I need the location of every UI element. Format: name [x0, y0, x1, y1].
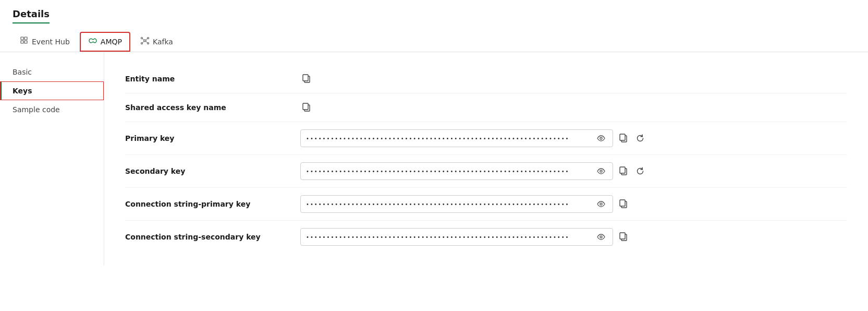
svg-rect-16 — [303, 103, 308, 110]
svg-line-9 — [142, 39, 144, 40]
connection-string-secondary-input: ••••••••••••••••••••••••••••••••••••••••… — [300, 228, 613, 246]
svg-point-6 — [147, 38, 149, 39]
secondary-key-dots: ••••••••••••••••••••••••••••••••••••••••… — [306, 169, 591, 174]
svg-line-12 — [145, 41, 147, 43]
page-title: Details — [13, 8, 50, 23]
connection-string-primary-dots: ••••••••••••••••••••••••••••••••••••••••… — [306, 201, 591, 207]
svg-rect-19 — [620, 134, 625, 140]
copy-secondary-key-button[interactable] — [617, 164, 630, 178]
field-label-connection-string-primary: Connection string-primary key — [125, 200, 292, 208]
tabs-bar: Event Hub AMQP — [0, 26, 868, 52]
sidebar: Basic Keys Sample code — [0, 52, 104, 266]
svg-point-20 — [600, 170, 602, 172]
field-value-connection-string-primary: ••••••••••••••••••••••••••••••••••••••••… — [300, 195, 847, 213]
field-value-entity-name — [300, 72, 847, 86]
copy-entity-name-button[interactable] — [300, 72, 313, 86]
page-header: Details — [0, 8, 868, 23]
field-label-shared-access-key-name: Shared access key name — [125, 103, 292, 112]
connection-string-secondary-dots: ••••••••••••••••••••••••••••••••••••••••… — [306, 234, 591, 240]
field-value-primary-key: ••••••••••••••••••••••••••••••••••••••••… — [300, 129, 847, 147]
secondary-key-input: ••••••••••••••••••••••••••••••••••••••••… — [300, 162, 613, 180]
copy-connection-string-secondary-button[interactable] — [617, 230, 630, 244]
svg-point-23 — [600, 203, 602, 205]
tab-kafka[interactable]: Kafka — [132, 32, 181, 52]
refresh-primary-key-button[interactable] — [634, 132, 646, 145]
field-label-entity-name: Entity name — [125, 75, 292, 83]
field-value-shared-access-key-name — [300, 101, 847, 114]
field-row-connection-string-secondary: Connection string-secondary key ••••••••… — [125, 221, 847, 253]
toggle-primary-key-button[interactable] — [595, 133, 607, 143]
field-row-primary-key: Primary key ••••••••••••••••••••••••••••… — [125, 122, 847, 155]
field-row-entity-name: Entity name — [125, 65, 847, 93]
tab-event-hub-label: Event Hub — [32, 38, 70, 46]
tab-amqp[interactable]: AMQP — [80, 32, 130, 52]
sidebar-item-keys[interactable]: Keys — [0, 81, 104, 100]
svg-point-26 — [600, 236, 602, 238]
main-layout: Basic Keys Sample code Entity name — [0, 52, 868, 266]
page-container: Details Event Hub AMQP — [0, 0, 868, 311]
connection-string-primary-input: ••••••••••••••••••••••••••••••••••••••••… — [300, 195, 613, 213]
svg-point-17 — [600, 137, 602, 139]
tab-event-hub[interactable]: Event Hub — [13, 32, 78, 52]
svg-point-8 — [147, 43, 149, 44]
field-label-primary-key: Primary key — [125, 134, 292, 142]
primary-key-dots: ••••••••••••••••••••••••••••••••••••••••… — [306, 136, 591, 141]
refresh-secondary-key-button[interactable] — [634, 165, 646, 177]
svg-rect-22 — [620, 167, 625, 173]
toggle-secondary-key-button[interactable] — [595, 166, 607, 176]
field-row-shared-access-key-name: Shared access key name — [125, 93, 847, 122]
svg-rect-3 — [25, 41, 27, 43]
kafka-icon — [140, 37, 150, 47]
toggle-connection-string-secondary-button[interactable] — [595, 232, 607, 242]
svg-rect-0 — [21, 37, 23, 40]
field-label-secondary-key: Secondary key — [125, 167, 292, 175]
field-value-secondary-key: ••••••••••••••••••••••••••••••••••••••••… — [300, 162, 847, 180]
content-area: Entity name Shared access key name — [104, 52, 868, 266]
primary-key-input: ••••••••••••••••••••••••••••••••••••••••… — [300, 129, 613, 147]
toggle-connection-string-primary-button[interactable] — [595, 199, 607, 209]
svg-point-7 — [141, 43, 142, 44]
amqp-icon — [88, 37, 97, 46]
svg-line-10 — [145, 39, 147, 40]
svg-rect-2 — [21, 41, 23, 43]
field-row-secondary-key: Secondary key ••••••••••••••••••••••••••… — [125, 155, 847, 188]
field-value-connection-string-secondary: ••••••••••••••••••••••••••••••••••••••••… — [300, 228, 847, 246]
svg-line-11 — [142, 41, 144, 43]
copy-connection-string-primary-button[interactable] — [617, 197, 630, 211]
tab-amqp-label: AMQP — [101, 38, 122, 46]
svg-rect-1 — [25, 37, 27, 40]
svg-rect-28 — [620, 233, 625, 239]
svg-rect-25 — [620, 200, 625, 206]
copy-primary-key-button[interactable] — [617, 131, 630, 145]
svg-point-5 — [141, 38, 142, 39]
tab-kafka-label: Kafka — [153, 38, 173, 46]
field-label-connection-string-secondary: Connection string-secondary key — [125, 233, 292, 241]
copy-shared-access-key-name-button[interactable] — [300, 101, 313, 114]
sidebar-item-basic[interactable]: Basic — [0, 63, 104, 81]
sidebar-item-sample-code[interactable]: Sample code — [0, 100, 104, 119]
field-row-connection-string-primary: Connection string-primary key ••••••••••… — [125, 188, 847, 221]
svg-rect-14 — [303, 75, 308, 81]
grid-icon — [20, 37, 29, 47]
